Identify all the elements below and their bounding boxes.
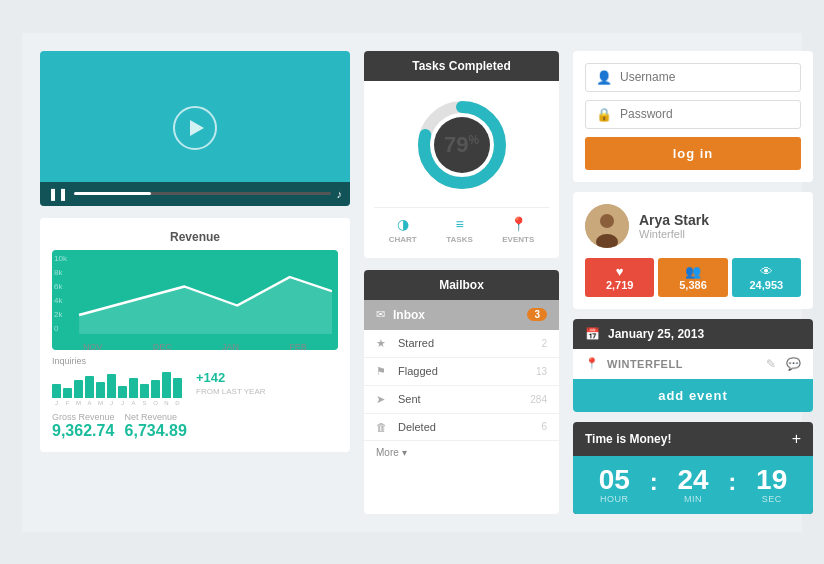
bar-chart <box>52 370 182 398</box>
bar-item <box>96 382 105 398</box>
inquiries-section: Inquiries JFMAMJJASOND +142 FROM LAST YE… <box>52 350 338 440</box>
gross-revenue-label: Gross Revenue <box>52 412 115 422</box>
gross-revenue-value: 9,362.74 <box>52 422 115 440</box>
mailbox-header: Mailbox <box>364 270 559 300</box>
tasks-tab-tasks[interactable]: ≡ TASKS <box>446 216 473 244</box>
progress-bar[interactable] <box>74 192 331 195</box>
x-label-jan: JAN <box>222 342 239 350</box>
bar-month-label: S <box>140 400 149 406</box>
deleted-label: Deleted <box>398 421 533 433</box>
heart-value: 2,719 <box>589 279 650 291</box>
y-label-8k: 8k <box>54 268 67 277</box>
bar-item <box>162 372 171 398</box>
timer-card: Time is Money! + 05 HOUR : 24 MIN : 19 S… <box>573 422 813 514</box>
mailbox-item-flagged[interactable]: ⚑ Flagged 13 <box>364 358 559 386</box>
tasks-tab-events[interactable]: 📍 EVENTS <box>502 216 534 244</box>
profile-stat-users[interactable]: 👥 5,386 <box>658 258 727 297</box>
inbox-icon: ✉ <box>376 308 385 321</box>
starred-count: 2 <box>541 338 547 349</box>
net-revenue-block: Net Revenue 6,734.89 <box>125 412 187 440</box>
mailbox-item-deleted[interactable]: 🗑 Deleted 6 <box>364 414 559 441</box>
username-input[interactable] <box>620 70 790 84</box>
revenue-chart: 10k 8k 6k 4k 2k 0 NOV DEC JAN FEB <box>52 250 338 350</box>
timer-hours: 05 HOUR <box>581 466 648 504</box>
x-label-dec: DEC <box>153 342 172 350</box>
bar-month-label: A <box>85 400 94 406</box>
bar-month-label: F <box>63 400 72 406</box>
volume-icon[interactable]: ♪ <box>337 188 343 200</box>
tasks-body: 79% ◑ CHART ≡ TASKS 📍 EVENTS <box>364 81 559 258</box>
user-icon: 👤 <box>596 70 612 85</box>
dashboard: ❚❚ ♪ Revenue 10k 8k 6k 4k 2k 0 <box>22 33 802 532</box>
timer-seconds: 19 SEC <box>738 466 805 504</box>
add-event-button[interactable]: add event <box>573 379 813 412</box>
users-value: 5,386 <box>662 279 723 291</box>
timer-header: Time is Money! + <box>573 422 813 456</box>
bar-month-label: M <box>96 400 105 406</box>
inbox-row[interactable]: ✉ Inbox 3 <box>364 300 559 330</box>
seconds-label: SEC <box>762 494 782 504</box>
x-label-feb: FEB <box>289 342 307 350</box>
timer-colon-2: : <box>726 468 738 502</box>
calendar-date: January 25, 2013 <box>608 327 704 341</box>
revenue-title: Revenue <box>52 230 338 244</box>
chart-tab-label: CHART <box>389 235 417 244</box>
bar-item <box>129 378 138 398</box>
bar-month-label: D <box>173 400 182 406</box>
password-input[interactable] <box>620 107 790 121</box>
x-label-nov: NOV <box>83 342 103 350</box>
timer-display: 05 HOUR : 24 MIN : 19 SEC <box>573 456 813 514</box>
x-axis-labels: NOV DEC JAN FEB <box>58 342 332 350</box>
bar-month-label: J <box>118 400 127 406</box>
stat-change-label: FROM LAST YEAR <box>196 387 266 396</box>
timer-plus-button[interactable]: + <box>792 430 801 448</box>
mailbox-item-sent[interactable]: ➤ Sent 284 <box>364 386 559 414</box>
revenue-stats-row: Gross Revenue 9,362.74 Net Revenue 6,734… <box>52 412 338 440</box>
revenue-card: Revenue 10k 8k 6k 4k 2k 0 NOV DEC JA <box>40 218 350 452</box>
sent-icon: ➤ <box>376 393 390 406</box>
login-button[interactable]: log in <box>585 137 801 170</box>
bar-item <box>107 374 116 398</box>
mailbox-item-starred[interactable]: ★ Starred 2 <box>364 330 559 358</box>
timer-minutes: 24 MIN <box>660 466 727 504</box>
donut-percent: 79% <box>444 132 479 157</box>
profile-name: Arya Stark <box>639 212 709 228</box>
avatar <box>585 204 629 248</box>
timer-colon-1: : <box>648 468 660 502</box>
profile-stats: ♥ 2,719 👥 5,386 👁 24,953 <box>585 258 801 297</box>
chat-icon[interactable]: 💬 <box>786 357 801 371</box>
events-tab-label: EVENTS <box>502 235 534 244</box>
username-row: 👤 <box>585 63 801 92</box>
donut-chart: 79% <box>412 95 512 195</box>
profile-stat-views[interactable]: 👁 24,953 <box>732 258 801 297</box>
pause-button[interactable]: ❚❚ <box>48 187 68 201</box>
edit-icon[interactable]: ✎ <box>766 357 776 371</box>
inquiries-label: Inquiries <box>52 356 338 366</box>
profile-stat-heart[interactable]: ♥ 2,719 <box>585 258 654 297</box>
bar-month-label: M <box>74 400 83 406</box>
bar-month-label: J <box>52 400 61 406</box>
bar-item <box>52 384 61 398</box>
eye-icon: 👁 <box>736 264 797 279</box>
y-label-6k: 6k <box>54 282 67 291</box>
tasks-tab-label: TASKS <box>446 235 473 244</box>
bar-item <box>63 388 72 398</box>
donut-center: 79% <box>444 132 479 158</box>
play-button[interactable] <box>173 106 217 150</box>
bar-item <box>151 380 160 398</box>
sent-count: 284 <box>530 394 547 405</box>
y-label-10k: 10k <box>54 254 67 263</box>
tasks-header: Tasks Completed <box>364 51 559 81</box>
calendar-card: 📅 January 25, 2013 📍 WINTERFELL ✎ 💬 add … <box>573 319 813 412</box>
delete-icon: 🗑 <box>376 421 390 433</box>
tasks-tab-chart[interactable]: ◑ CHART <box>389 216 417 244</box>
deleted-count: 6 <box>541 421 547 432</box>
inbox-label: Inbox <box>393 308 519 322</box>
avatar-svg <box>585 204 629 248</box>
bar-item <box>173 378 182 398</box>
location-text: WINTERFELL <box>607 358 758 370</box>
bar-month-label: O <box>151 400 160 406</box>
mailbox-more[interactable]: More ▾ <box>364 441 559 464</box>
tasks-card: Tasks Completed 79% <box>364 51 559 258</box>
minutes-label: MIN <box>684 494 702 504</box>
